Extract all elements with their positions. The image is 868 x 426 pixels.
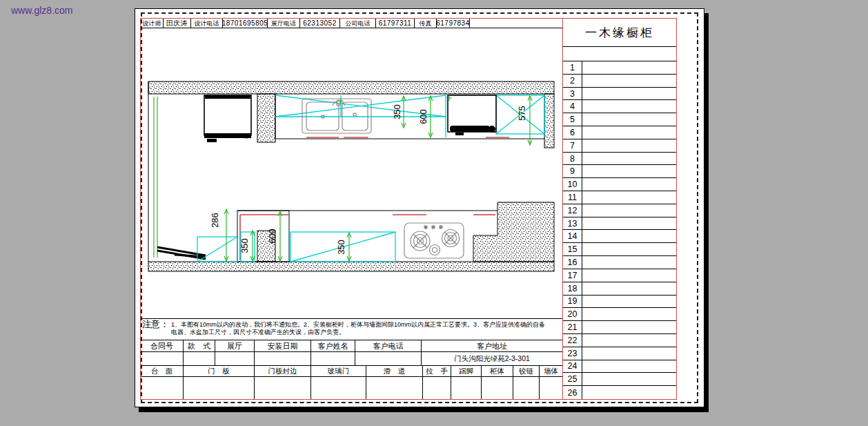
contract-value-cell bbox=[184, 352, 215, 365]
contract-value-cell bbox=[311, 352, 355, 365]
upper-cabinet-lines bbox=[275, 95, 544, 137]
parts-list-row-number: 13 bbox=[563, 217, 582, 230]
contract-value-cell bbox=[355, 352, 422, 365]
parts-list-row-number: 26 bbox=[563, 386, 582, 399]
parts-list-row-number: 3 bbox=[563, 88, 582, 100]
dimension-label: 286 bbox=[210, 213, 220, 228]
parts-list-row-value bbox=[582, 139, 676, 152]
dimension-label: 350 bbox=[239, 238, 250, 253]
title-block-empty-row bbox=[563, 47, 676, 61]
notes-line-2: 电器、水盆加工尺寸，因尺寸不准确产生的失误，由客户负责。 bbox=[171, 329, 545, 336]
parts-list-row: 6 bbox=[563, 126, 676, 139]
parts-list-row-number: 16 bbox=[563, 256, 582, 269]
parts-list-row-number: 18 bbox=[563, 282, 582, 295]
materials-value-cell bbox=[513, 377, 540, 399]
designer-info-label: 展厅电话 bbox=[268, 19, 300, 28]
parts-list-row: 1 bbox=[563, 61, 676, 75]
materials-header-cell: 拉 手 bbox=[423, 366, 451, 377]
parts-list-row: 5 bbox=[563, 113, 676, 126]
parts-list-row: 10 bbox=[563, 178, 676, 191]
designer-info-value: 18701695805 bbox=[223, 19, 268, 28]
parts-list-row-value bbox=[582, 191, 676, 204]
parts-list-row-value bbox=[582, 269, 676, 282]
parts-list-row: 4 bbox=[563, 100, 676, 113]
parts-list-row-number: 24 bbox=[563, 360, 582, 373]
materials-table: 台 面门 板门板封边玻璃门滑 道拉 手踢脚柜体铰链墙体 bbox=[141, 365, 562, 399]
parts-list-row-number: 7 bbox=[563, 139, 582, 152]
parts-list-row: 9 bbox=[563, 165, 676, 178]
designer-info-row: 设计师田庆涛设计电话18701695805展厅电话62313052公司电话617… bbox=[141, 19, 562, 28]
parts-list-row-value bbox=[582, 100, 676, 113]
notes-text: 1、本图有10mm以内的改动，我们将不通知您。2、安装橱柜时，柜体与墙面间隙10… bbox=[169, 320, 545, 340]
title-block-panel: 一木缘橱柜 1234567891011121314151617181920212… bbox=[562, 18, 677, 400]
notes-label: 注意： bbox=[142, 320, 169, 340]
dimension-label: 350 bbox=[336, 240, 346, 255]
dimension-label: 600 bbox=[418, 109, 428, 124]
door-swing-marks bbox=[157, 247, 206, 259]
parts-list-row-number: 14 bbox=[563, 230, 582, 242]
designer-info-filler bbox=[470, 19, 562, 28]
parts-list-row-number: 21 bbox=[563, 321, 582, 333]
parts-list-row-value bbox=[582, 334, 676, 347]
drawing-sheet: 设计师田庆涛设计电话18701695805展厅电话62313052公司电话617… bbox=[135, 8, 704, 407]
materials-header-cell: 玻璃门 bbox=[311, 366, 366, 377]
double-sink bbox=[302, 99, 371, 133]
parts-list-row-number: 19 bbox=[563, 296, 582, 308]
parts-list-row-value bbox=[582, 204, 676, 217]
parts-list-row: 20 bbox=[563, 308, 676, 321]
parts-list-row-value bbox=[582, 178, 676, 191]
parts-list-row-value bbox=[582, 165, 676, 177]
parts-list-row: 8 bbox=[563, 153, 676, 166]
door-opening-lines bbox=[154, 97, 157, 258]
parts-list-row-value bbox=[582, 75, 676, 87]
parts-list-row-value bbox=[582, 88, 676, 100]
contract-value-cell bbox=[255, 352, 311, 365]
materials-header-cell: 踢脚 bbox=[451, 366, 482, 377]
parts-list-row-number: 8 bbox=[563, 153, 582, 165]
materials-header-cell: 门 板 bbox=[184, 366, 255, 377]
notes-line-1: 1、本图有10mm以内的改动，我们将不通知您。2、安装橱柜时，柜体与墙面间隙10… bbox=[171, 321, 545, 329]
materials-value-cell bbox=[482, 377, 513, 399]
parts-list-row-value bbox=[582, 373, 676, 385]
designer-info-value: 62313052 bbox=[300, 19, 340, 28]
notes-section: 注意： 1、本图有10mm以内的改动，我们将不通知您。2、安装橱柜时，柜体与墙面… bbox=[141, 318, 562, 340]
customer-address-value: 门头沟阳光绿苑2-3-301 bbox=[422, 352, 562, 365]
parts-list-row-value bbox=[582, 61, 676, 74]
parts-list-row-number: 4 bbox=[563, 100, 582, 113]
designer-info-label: 设计电话 bbox=[191, 19, 223, 28]
parts-list-row-value bbox=[582, 126, 676, 139]
parts-list-row: 2 bbox=[563, 75, 676, 88]
materials-header-cell: 柜体 bbox=[482, 366, 513, 377]
parts-list-row: 22 bbox=[563, 334, 676, 347]
contract-header-cell: 客户姓名 bbox=[311, 340, 355, 352]
materials-value-cell bbox=[540, 377, 562, 399]
parts-list-row-value bbox=[582, 386, 676, 399]
contract-header-cell: 合同号 bbox=[141, 340, 184, 352]
dimension-label: 350 bbox=[392, 104, 402, 119]
materials-value-cell bbox=[141, 377, 184, 399]
parts-list-row-number: 12 bbox=[563, 204, 582, 217]
parts-list-row-value bbox=[582, 153, 676, 165]
parts-list-row-value bbox=[582, 308, 676, 320]
parts-list-row: 24 bbox=[563, 360, 676, 374]
materials-value-cell bbox=[184, 377, 255, 399]
company-title: 一木缘橱柜 bbox=[563, 19, 676, 47]
parts-list-row: 11 bbox=[563, 191, 676, 204]
materials-header-cell: 台 面 bbox=[141, 366, 184, 377]
bottom-tables: 注意： 1、本图有10mm以内的改动，我们将不通知您。2、安装橱柜时，柜体与墙面… bbox=[141, 318, 562, 399]
materials-value-cell bbox=[451, 377, 482, 399]
parts-list-row-value bbox=[582, 230, 676, 242]
parts-list-row: 18 bbox=[563, 282, 676, 296]
materials-value-cell bbox=[255, 377, 311, 399]
parts-list-row-value bbox=[582, 217, 676, 230]
materials-value-cell bbox=[366, 377, 423, 399]
parts-list-row-value bbox=[582, 113, 676, 126]
contract-value-cell bbox=[215, 352, 255, 365]
materials-header-cell: 铰链 bbox=[513, 366, 540, 377]
designer-info-value: 61797834 bbox=[437, 19, 470, 28]
parts-list-row-number: 5 bbox=[563, 113, 582, 126]
designer-info-value: 61797311 bbox=[376, 19, 415, 28]
parts-list-row-number: 22 bbox=[563, 334, 582, 347]
refrigerator bbox=[204, 95, 251, 142]
parts-list-row-number: 9 bbox=[563, 165, 582, 177]
